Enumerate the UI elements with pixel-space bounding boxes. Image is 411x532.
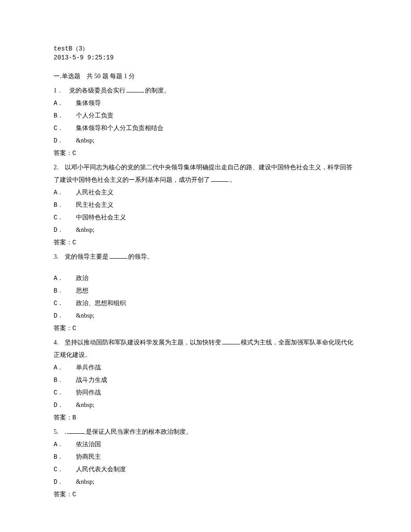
- option-label: A．: [54, 97, 76, 109]
- section-suffix: 共 50 题 每题 1 分: [87, 73, 135, 80]
- option: A．单兵作战: [54, 361, 357, 374]
- option-text: 协商民主: [76, 453, 101, 460]
- option-label: D．: [54, 310, 76, 322]
- answer-line: 答案：C: [54, 488, 357, 501]
- option: B．战斗力生成: [54, 374, 357, 386]
- blank-fill: [222, 338, 240, 344]
- blank-fill: [126, 86, 144, 92]
- option-label: B．: [54, 199, 76, 211]
- option-label: A．: [54, 361, 76, 374]
- question: 4. 坚持以推动国防和军队建设科学发展为主题，以加快转变模式为主线，全面加强军队…: [54, 336, 357, 424]
- question-text-before: 党的领导主要是: [65, 253, 109, 260]
- option-text: 个人分工负责: [76, 112, 113, 119]
- blank-fill: [109, 252, 127, 259]
- option: A．集体领导: [54, 97, 357, 109]
- answer-label: 答案：: [54, 325, 72, 331]
- answer-value: B: [72, 414, 76, 421]
- answer-value: C: [72, 150, 76, 157]
- option: D．&nbsp;: [54, 134, 357, 147]
- option: D．&nbsp;: [54, 399, 357, 411]
- option-label: B．: [54, 451, 76, 463]
- option-text: &nbsp;: [76, 402, 94, 408]
- option: B．民主社会主义: [54, 199, 357, 211]
- option: A．依法治国: [54, 438, 357, 451]
- option-label: D．: [54, 134, 76, 147]
- option-text: &nbsp;: [76, 312, 94, 319]
- question-stem: 2. 以邓小平同志为核心的党的第二代中央领导集体明确提出走自己的路、建设中国特色…: [54, 161, 357, 186]
- option: B．协商民主: [54, 451, 357, 463]
- option-text: 民主社会主义: [76, 201, 113, 208]
- answer-line: 答案：C: [54, 236, 357, 249]
- option-text: 单兵作战: [76, 364, 101, 371]
- doc-title: testB（3）: [54, 45, 357, 54]
- question-stem: 3. 党的领导主要是的领导。: [54, 251, 357, 263]
- option-text: &nbsp;: [76, 137, 94, 144]
- option-text: 人民社会主义: [76, 189, 113, 196]
- option-text: 政治: [76, 275, 88, 281]
- option-label: C．: [54, 122, 76, 134]
- option-label: A．: [54, 186, 76, 199]
- option-text: 集体领导: [76, 100, 101, 106]
- answer-line: 答案：C: [54, 147, 357, 159]
- option-text: 协同作战: [76, 389, 101, 396]
- blank-fill: [211, 175, 229, 182]
- option: D．&nbsp;: [54, 310, 357, 322]
- question-text-after: 的制度。: [145, 87, 170, 94]
- question-text-before: 坚持以推动国防和军队建设科学发展为主题，以加快转变: [65, 339, 221, 346]
- option: C．人民代表大会制度: [54, 463, 357, 476]
- question: 2. 以邓小平同志为核心的党的第二代中央领导集体明确提出走自己的路、建设中国特色…: [54, 161, 357, 249]
- option-label: C．: [54, 211, 76, 224]
- answer-label: 答案：: [54, 414, 72, 421]
- question-stem: 1． 党的各级委员会实行的制度。: [54, 84, 357, 97]
- answer-value: C: [72, 491, 76, 498]
- question-text-before: .: [65, 428, 67, 435]
- option-text: 中国特色社会主义: [76, 214, 126, 221]
- section-prefix: 一.单选题: [54, 73, 80, 80]
- answer-value: C: [72, 325, 76, 332]
- option-text: 思想: [76, 287, 88, 294]
- option-label: D．: [54, 224, 76, 236]
- option-label: D．: [54, 399, 76, 411]
- option: C．中国特色社会主义: [54, 211, 357, 224]
- option-text: 政治、思想和组织: [76, 300, 126, 306]
- blank-fill: [67, 427, 85, 434]
- question-text-before: 党的各级委员会实行: [69, 87, 126, 94]
- option: B．思想: [54, 285, 357, 297]
- question-number: 5.: [54, 428, 65, 435]
- question-number: 1．: [54, 87, 69, 94]
- question-text-after: 的领导。: [128, 253, 153, 260]
- option-text: 战斗力生成: [76, 377, 107, 383]
- answer-label: 答案：: [54, 239, 72, 246]
- question: 3. 党的领导主要是的领导。A．政治B．思想C．政治、思想和组织D．&nbsp;…: [54, 251, 357, 335]
- question-text-after: 是保证人民当家作主的根本政治制度。: [86, 428, 192, 435]
- option-label: C．: [54, 386, 76, 399]
- option-text: 集体领导和个人分工负责相结合: [76, 125, 164, 131]
- question-stem: 4. 坚持以推动国防和军队建设科学发展为主题，以加快转变模式为主线，全面加强军队…: [54, 336, 357, 361]
- question-stem: 5. .是保证人民当家作主的根本政治制度。: [54, 426, 357, 438]
- option: A．政治: [54, 272, 357, 285]
- answer-line: 答案：C: [54, 322, 357, 335]
- option-label: C．: [54, 463, 76, 476]
- option-label: D．: [54, 476, 76, 488]
- option-label: A．: [54, 272, 76, 285]
- option: A．人民社会主义: [54, 186, 357, 199]
- option: C．政治、思想和组织: [54, 297, 357, 310]
- option: C．协同作战: [54, 386, 357, 399]
- answer-line: 答案：B: [54, 411, 357, 424]
- option-text: &nbsp;: [76, 478, 94, 485]
- option-label: B．: [54, 285, 76, 297]
- question-number: 3.: [54, 253, 65, 260]
- option: D．&nbsp;: [54, 224, 357, 236]
- option-label: A．: [54, 438, 76, 451]
- answer-value: C: [72, 239, 76, 246]
- option-label: B．: [54, 109, 76, 122]
- option-text: 人民代表大会制度: [76, 466, 126, 473]
- question-number: 2.: [54, 164, 65, 171]
- option-text: 依法治国: [76, 441, 101, 448]
- section-header: 一.单选题 共 50 题 每题 1 分: [54, 70, 357, 83]
- question-text-after: 。: [230, 176, 236, 183]
- doc-timestamp: 2013-5-9 9:25:19: [54, 54, 357, 63]
- option: D．&nbsp;: [54, 476, 357, 488]
- option-text: &nbsp;: [76, 226, 94, 233]
- option: B．个人分工负责: [54, 109, 357, 122]
